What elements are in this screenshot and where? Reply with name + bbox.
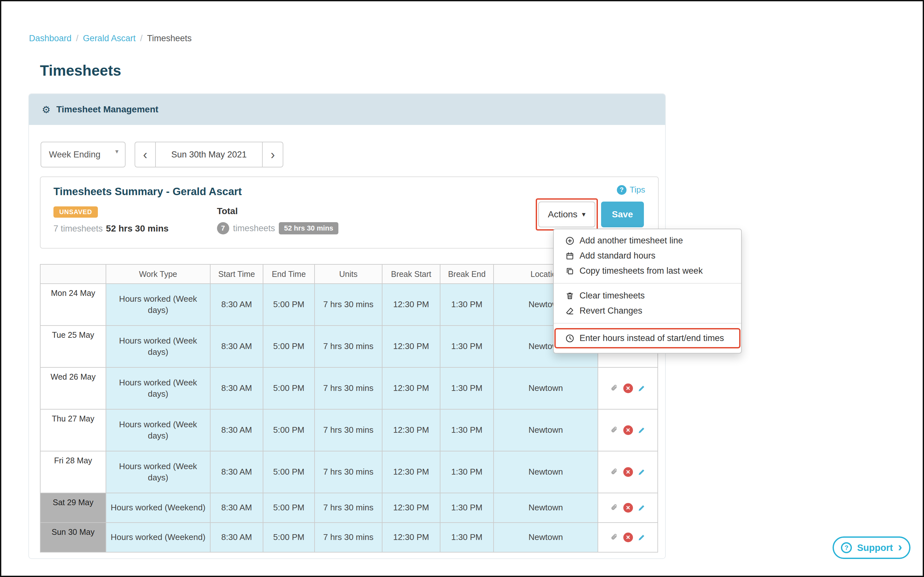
chevron-right-icon: › [898,540,902,554]
timesheet-cell[interactable]: 8:30 AM [211,326,263,368]
timesheet-cell[interactable]: 7 hrs 30 mins [315,523,383,553]
plus-circle-icon [565,236,575,245]
breadcrumb-dashboard-link[interactable]: Dashboard [29,34,71,44]
timesheet-cell[interactable]: 12:30 PM [383,284,440,326]
timesheet-cell[interactable]: 5:00 PM [263,368,315,409]
column-header: Break End [440,265,494,284]
panel-title: Timesheet Management [56,104,158,114]
timesheet-cell[interactable]: 8:30 AM [211,493,263,523]
breadcrumb-current: Timesheets [147,34,192,44]
edit-pencil-icon[interactable] [637,384,646,393]
day-cell: Wed 26 May [40,368,106,409]
breadcrumb-separator: / [76,34,79,44]
actions-button[interactable]: Actions ▾ [538,201,595,227]
timesheet-cell[interactable]: 7 hrs 30 mins [315,284,383,326]
unsaved-summary: UNSAVED 7 timesheets52 hrs 30 mins [53,205,169,234]
timesheet-cell[interactable]: 5:00 PM [263,326,315,368]
previous-week-button[interactable]: ‹ [135,142,155,168]
timesheet-cell[interactable]: Hours worked (Weekend) [106,523,211,553]
timesheet-cell[interactable]: 1:30 PM [440,523,494,553]
copy-icon [565,267,575,276]
timesheet-cell[interactable]: 8:30 AM [211,284,263,326]
tips-link[interactable]: ? Tips [617,185,645,195]
edit-pencil-icon[interactable] [637,468,646,476]
timesheet-cell[interactable]: 12:30 PM [383,368,440,409]
timesheet-cell[interactable]: 5:00 PM [263,451,315,493]
timesheet-cell[interactable]: 8:30 AM [211,368,263,409]
date-navigator: ‹ Sun 30th May 2021 › [135,142,283,168]
timesheet-cell[interactable]: 12:30 PM [383,451,440,493]
next-week-button[interactable]: › [263,142,283,168]
timesheet-cell[interactable]: 7 hrs 30 mins [315,493,383,523]
timesheet-cell[interactable]: 8:30 AM [211,451,263,493]
timesheet-cell[interactable]: Newtown [494,368,598,409]
timesheet-cell[interactable]: 8:30 AM [211,523,263,553]
timesheet-cell[interactable]: Hours worked (Week days) [106,409,211,451]
calendar-icon [565,251,575,261]
timesheet-count: 7 timesheets [53,224,103,234]
timesheet-cell[interactable]: 1:30 PM [440,368,494,409]
timesheet-cell[interactable]: 1:30 PM [440,451,494,493]
timesheet-cell[interactable]: Newtown [494,451,598,493]
edit-pencil-icon[interactable] [637,533,646,542]
timesheet-cell[interactable]: 1:30 PM [440,326,494,368]
delete-row-icon[interactable]: × [623,503,633,513]
timesheet-cell[interactable]: 1:30 PM [440,284,494,326]
timesheet-cell[interactable]: 12:30 PM [383,326,440,368]
timesheet-cell[interactable]: Newtown [494,523,598,553]
breadcrumb-separator: / [140,34,143,44]
timesheet-cell[interactable]: 5:00 PM [263,409,315,451]
timesheet-cell[interactable]: 8:30 AM [211,409,263,451]
timesheet-cell[interactable]: 7 hrs 30 mins [315,326,383,368]
eraser-icon [565,306,575,316]
timesheet-cell[interactable]: Newtown [494,493,598,523]
menu-item[interactable]: Clear timesheets [554,288,741,303]
summary-title: Timesheets Summary - Gerald Ascart [53,185,645,198]
breadcrumb-employee-link[interactable]: Gerald Ascart [83,34,136,44]
edit-pencil-icon[interactable] [637,426,646,434]
paperclip-icon [610,503,619,512]
menu-item[interactable]: Revert Changes [554,303,741,318]
timesheet-cell[interactable]: 1:30 PM [440,409,494,451]
column-header: End Time [263,265,315,284]
menu-item[interactable]: Add another timesheet line [554,233,741,248]
timesheet-cell[interactable]: Hours worked (Weekend) [106,493,211,523]
timesheet-cell[interactable]: 5:00 PM [263,493,315,523]
timesheet-cell[interactable]: Hours worked (Week days) [106,451,211,493]
unsaved-badge: UNSAVED [53,206,98,218]
timesheet-cell[interactable]: Hours worked (Week days) [106,326,211,368]
timesheet-cell[interactable]: Hours worked (Week days) [106,368,211,409]
menu-item[interactable]: Copy timesheets from last week [554,263,741,279]
page-title: Timesheets [40,62,121,79]
row-actions-cell: × [598,409,658,451]
timesheet-cell[interactable]: 1:30 PM [440,493,494,523]
delete-row-icon[interactable]: × [623,384,633,393]
column-header: Start Time [211,265,263,284]
timesheet-cell[interactable]: Hours worked (Week days) [106,284,211,326]
timesheet-cell[interactable]: Newtown [494,409,598,451]
timesheet-cell[interactable]: 12:30 PM [383,409,440,451]
delete-row-icon[interactable]: × [623,467,633,477]
annotation-highlight-box: Enter hours instead of start/end times [554,328,740,348]
timesheet-cell[interactable]: 5:00 PM [263,284,315,326]
support-button[interactable]: ? Support › [832,537,911,559]
timesheet-cell[interactable]: 12:30 PM [383,523,440,553]
timesheet-cell[interactable]: 5:00 PM [263,523,315,553]
period-controls: Week Ending ▾ ‹ Sun 30th May 2021 › [40,142,283,168]
actions-menu: Add another timesheet lineAdd standard h… [553,229,742,353]
menu-divider [554,323,741,324]
menu-item[interactable]: Enter hours instead of start/end times [556,333,739,343]
edit-pencil-icon[interactable] [637,504,646,512]
week-ending-select[interactable]: Week Ending ▾ [40,142,126,168]
delete-row-icon[interactable]: × [623,533,633,542]
day-cell: Sat 29 May [40,493,106,523]
breadcrumb: Dashboard / Gerald Ascart / Timesheets [29,34,192,44]
menu-item[interactable]: Add standard hours [554,248,741,263]
timesheet-cell[interactable]: 7 hrs 30 mins [315,451,383,493]
delete-row-icon[interactable]: × [623,425,633,435]
timesheet-cell[interactable]: 7 hrs 30 mins [315,368,383,409]
timesheet-cell[interactable]: 12:30 PM [383,493,440,523]
save-button[interactable]: Save [601,201,644,227]
timesheet-cell[interactable]: 7 hrs 30 mins [315,409,383,451]
week-ending-date[interactable]: Sun 30th May 2021 [155,142,263,168]
